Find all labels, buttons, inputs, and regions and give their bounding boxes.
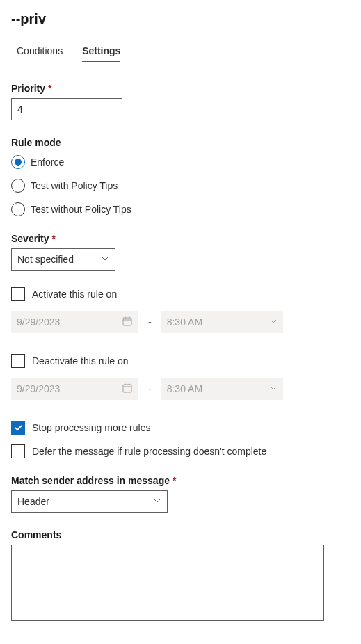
- severity-value: Not specified: [17, 254, 74, 265]
- checkbox-icon: [11, 354, 25, 368]
- checkbox-label: Deactivate this rule on: [32, 355, 129, 367]
- chevron-down-icon: [153, 496, 161, 507]
- tabs: Conditions Settings: [11, 41, 350, 62]
- radio-test-without-tips[interactable]: Test without Policy Tips: [11, 202, 350, 216]
- separator: -: [148, 316, 152, 328]
- date-value: 9/29/2023: [17, 316, 60, 328]
- activate-rule-checkbox-row[interactable]: Activate this rule on: [11, 287, 350, 301]
- calendar-icon: [122, 316, 133, 329]
- priority-label: Priority *: [11, 83, 350, 94]
- time-value: 8:30 AM: [167, 316, 202, 328]
- activate-date-input[interactable]: 9/29/2023: [11, 311, 138, 333]
- defer-message-checkbox-row[interactable]: Defer the message if rule processing doe…: [11, 444, 350, 458]
- checkbox-label: Defer the message if rule processing doe…: [32, 446, 266, 457]
- date-value: 9/29/2023: [17, 383, 60, 394]
- checkbox-icon: [11, 421, 25, 435]
- chevron-down-icon: [269, 383, 278, 394]
- page-title: --priv: [11, 11, 350, 27]
- calendar-icon: [122, 383, 133, 396]
- deactivate-date-input[interactable]: 9/29/2023: [11, 378, 138, 400]
- priority-input[interactable]: [11, 98, 122, 120]
- match-sender-select[interactable]: Header: [11, 490, 168, 513]
- deactivate-time-input[interactable]: 8:30 AM: [161, 378, 283, 400]
- match-sender-label: Match sender address in message *: [11, 475, 350, 486]
- radio-icon: [11, 179, 25, 193]
- tab-conditions[interactable]: Conditions: [17, 41, 63, 62]
- match-sender-value: Header: [17, 496, 49, 507]
- radio-enforce[interactable]: Enforce: [11, 155, 350, 169]
- radio-label: Test with Policy Tips: [31, 180, 118, 191]
- comments-textarea[interactable]: [11, 545, 324, 621]
- radio-test-with-tips[interactable]: Test with Policy Tips: [11, 179, 350, 193]
- severity-label: Severity *: [11, 233, 350, 244]
- severity-select[interactable]: Not specified: [11, 248, 115, 271]
- tab-settings[interactable]: Settings: [82, 41, 120, 62]
- checkbox-label: Stop processing more rules: [32, 422, 150, 433]
- checkbox-label: Activate this rule on: [32, 289, 117, 300]
- time-value: 8:30 AM: [167, 383, 202, 394]
- stop-processing-checkbox-row[interactable]: Stop processing more rules: [11, 421, 350, 435]
- chevron-down-icon: [269, 316, 278, 328]
- rule-mode-label: Rule mode: [11, 137, 350, 148]
- radio-icon: [11, 155, 25, 169]
- radio-icon: [11, 202, 25, 216]
- chevron-down-icon: [101, 254, 109, 265]
- activate-time-input[interactable]: 8:30 AM: [161, 311, 283, 333]
- radio-label: Test without Policy Tips: [31, 204, 131, 215]
- radio-label: Enforce: [31, 156, 64, 168]
- svg-rect-0: [123, 318, 131, 325]
- checkbox-icon: [11, 444, 25, 458]
- deactivate-rule-checkbox-row[interactable]: Deactivate this rule on: [11, 354, 350, 368]
- checkbox-icon: [11, 287, 25, 301]
- comments-label: Comments: [11, 529, 350, 540]
- svg-rect-4: [123, 385, 131, 392]
- separator: -: [148, 383, 152, 394]
